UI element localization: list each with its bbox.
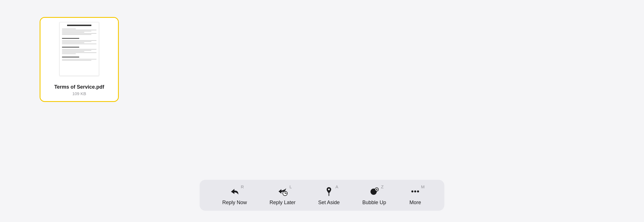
reply-later-icon-container: L bbox=[276, 185, 289, 198]
bubble-up-icon-container: Z bbox=[368, 185, 381, 198]
more-shortcut: M bbox=[421, 184, 425, 189]
pdf-filesize: 109 KB bbox=[45, 91, 113, 96]
svg-point-8 bbox=[411, 191, 413, 193]
reply-later-button[interactable]: L Reply Later bbox=[258, 185, 307, 206]
set-aside-icon bbox=[324, 186, 334, 197]
pdf-info: Terms of Service.pdf 109 KB bbox=[40, 80, 118, 101]
bottom-toolbar: R Reply Now L Reply Later bbox=[199, 180, 444, 211]
reply-now-label: Reply Now bbox=[222, 200, 247, 206]
set-aside-label: Set Aside bbox=[318, 200, 340, 206]
reply-now-button[interactable]: R Reply Now bbox=[211, 185, 258, 206]
pdf-card[interactable]: Terms of Service.pdf 109 KB bbox=[40, 17, 119, 102]
reply-later-shortcut: L bbox=[289, 184, 292, 189]
reply-now-icon-container: R bbox=[228, 185, 241, 198]
pdf-filename: Terms of Service.pdf bbox=[45, 84, 113, 90]
reply-now-shortcut: R bbox=[241, 184, 244, 189]
reply-later-label: Reply Later bbox=[269, 200, 295, 206]
pdf-page-mock bbox=[59, 22, 99, 76]
more-button[interactable]: M More bbox=[398, 185, 433, 206]
reply-later-icon bbox=[277, 186, 288, 197]
bubble-up-icon bbox=[369, 186, 380, 197]
pdf-preview bbox=[40, 18, 118, 80]
svg-point-2 bbox=[328, 189, 330, 190]
more-label: More bbox=[409, 200, 421, 206]
bubble-up-label: Bubble Up bbox=[362, 200, 386, 206]
set-aside-shortcut: A bbox=[336, 184, 338, 189]
bubble-up-button[interactable]: Z Bubble Up bbox=[351, 185, 398, 206]
more-icon bbox=[410, 186, 421, 197]
reply-now-icon bbox=[229, 186, 240, 197]
more-icon-container: M bbox=[409, 185, 422, 198]
svg-point-10 bbox=[417, 191, 419, 193]
bubble-up-shortcut: Z bbox=[381, 184, 383, 189]
set-aside-button[interactable]: A Set Aside bbox=[307, 185, 351, 206]
svg-point-9 bbox=[414, 191, 416, 193]
set-aside-icon-container: A bbox=[323, 185, 336, 198]
